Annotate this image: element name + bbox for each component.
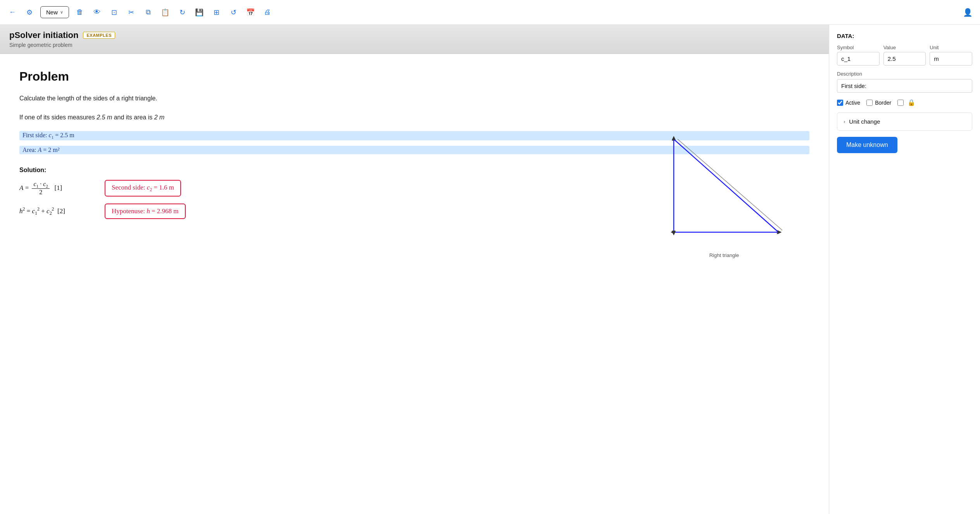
problem-heading: Problem: [19, 69, 809, 84]
copy-icon[interactable]: ⊡: [108, 6, 120, 19]
svg-marker-10: [672, 136, 676, 140]
project-header: pSolver initiation EXAMPLES Simple geome…: [0, 25, 829, 54]
border-checkbox-item: Border: [866, 100, 891, 106]
active-checkbox-item: Active: [837, 100, 860, 106]
save-icon[interactable]: 💾: [193, 6, 205, 19]
settings-icon[interactable]: ⚙: [23, 6, 36, 19]
lock-checkbox-item: 🔒: [897, 99, 915, 106]
toolbar: ← ⚙ New ∨ 🗑 👁 ⊡ ✂ ⧉ 📋 ↻ 💾 ⊞ ↺ 📅 🖨 👤: [0, 0, 980, 25]
user-icon[interactable]: 👤: [961, 6, 974, 19]
formula-2: h2 = c12 + c22 [2]: [19, 206, 97, 216]
project-subtitle: Simple geometric problem: [9, 42, 820, 48]
problem-text-2: If one of its sides measures 2.5 m and i…: [19, 112, 809, 123]
right-panel: DATA: Symbol Value Unit Description Acti…: [829, 25, 980, 514]
symbol-label: Symbol: [837, 45, 880, 50]
formula-1: A = c1 · c2 2 [1]: [19, 181, 97, 196]
new-button-label: New: [46, 9, 58, 16]
problem-text-1: Calculate the length of the sides of a r…: [19, 93, 809, 104]
content-area: pSolver initiation EXAMPLES Simple geome…: [0, 25, 829, 514]
main-layout: pSolver initiation EXAMPLES Simple geome…: [0, 25, 980, 514]
unit-change-label: Unit change: [849, 118, 880, 125]
make-unknown-label: Make unknown: [846, 141, 888, 148]
project-title: pSolver initiation: [9, 30, 78, 40]
symbol-input[interactable]: [837, 52, 880, 66]
back-icon[interactable]: ←: [6, 6, 19, 19]
chevron-down-icon: ∨: [60, 10, 63, 15]
lock-icon: 🔒: [908, 99, 915, 106]
calendar-icon[interactable]: 📅: [244, 6, 257, 19]
svg-line-6: [674, 139, 778, 232]
active-label: Active: [845, 100, 860, 106]
delete-icon[interactable]: 🗑: [74, 6, 86, 19]
make-unknown-button[interactable]: Make unknown: [837, 137, 897, 153]
table-icon[interactable]: ⊞: [210, 6, 223, 19]
value-input[interactable]: [883, 52, 926, 66]
result-box-2: Hypotenuse: h = 2.968 m: [105, 204, 186, 219]
diagram-label: Right triangle: [650, 252, 798, 258]
eye-icon[interactable]: 👁: [91, 6, 103, 19]
clipboard-icon[interactable]: 📋: [159, 6, 171, 19]
refresh-icon[interactable]: ↺: [227, 6, 240, 19]
lock-checkbox[interactable]: [897, 100, 904, 106]
new-button[interactable]: New ∨: [40, 6, 69, 18]
problem-line1: Calculate the length of the sides of a r…: [19, 95, 157, 102]
document-canvas: Problem Calculate the length of the side…: [0, 54, 829, 514]
border-label: Border: [875, 100, 891, 106]
unit-change-row[interactable]: › Unit change: [837, 112, 972, 131]
active-checkbox[interactable]: [837, 100, 843, 106]
description-input[interactable]: [837, 79, 972, 93]
duplicate-icon[interactable]: ⧉: [142, 6, 154, 19]
examples-badge: EXAMPLES: [83, 32, 115, 39]
unit-input[interactable]: [930, 52, 972, 66]
panel-title: DATA:: [837, 33, 972, 39]
value-label: Value: [883, 45, 926, 50]
description-label: Description: [837, 71, 972, 77]
border-checkbox[interactable]: [866, 100, 873, 106]
options-row: Active Border 🔒: [837, 99, 972, 106]
svg-line-9: [678, 139, 782, 230]
result-box-1: Second side: c2 = 1.6 m: [105, 180, 181, 197]
print-icon[interactable]: 🖨: [261, 6, 274, 19]
unit-change-chevron-icon: ›: [844, 119, 845, 124]
svg-marker-13: [778, 230, 782, 234]
unit-label: Unit: [930, 45, 972, 50]
triangle-diagram: Right triangle: [650, 131, 798, 263]
scissors-icon[interactable]: ✂: [125, 6, 137, 19]
refresh2-icon[interactable]: ↻: [176, 6, 188, 19]
